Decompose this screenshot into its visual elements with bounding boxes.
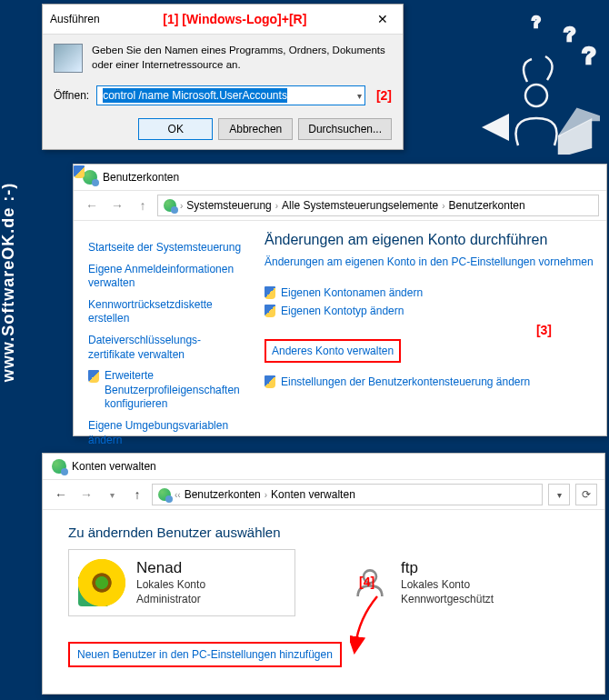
account-name: Nenad xyxy=(136,559,205,577)
sidebar-profiles[interactable]: Erweiterte Benutzerprofileigenschaften k… xyxy=(88,369,248,412)
sidebar-envvars[interactable]: Eigene Umgebungsvariablen ändern xyxy=(88,419,248,447)
address-icon xyxy=(158,488,171,501)
breadcrumb[interactable]: ‹‹ Benutzerkonten › Konten verwalten xyxy=(152,484,543,505)
sidebar-home[interactable]: Startseite der Systemsteuerung xyxy=(88,241,248,255)
crumb-0[interactable]: Benutzerkonten xyxy=(185,488,261,501)
ok-button[interactable]: OK xyxy=(138,118,213,140)
shield-icon xyxy=(265,375,275,388)
link-manage-other[interactable]: Anderes Konto verwalten xyxy=(272,345,394,357)
cancel-button[interactable]: Abbrechen xyxy=(218,118,293,140)
annotation-2: [2] xyxy=(376,88,392,103)
run-dialog-title: Ausführen xyxy=(50,13,100,25)
link-rename-account[interactable]: Eigenen Kontonamen ändern xyxy=(265,286,597,299)
main-heading: Änderungen am eigenen Konto durchführen xyxy=(265,232,597,248)
crumb-1[interactable]: Alle Systemsteuerungselemente xyxy=(282,199,438,212)
shield-icon xyxy=(265,305,275,317)
breadcrumb[interactable]: › Systemsteuerung › Alle Systemsteuerung… xyxy=(157,195,599,216)
account-name: ftp xyxy=(401,559,494,577)
account-role: Administrator xyxy=(136,592,205,606)
refresh-icon[interactable]: ⟳ xyxy=(575,484,597,505)
forward-icon: → xyxy=(106,195,128,216)
svg-point-0 xyxy=(525,85,547,106)
select-user-heading: Zu ändernden Benutzer auswählen xyxy=(68,525,586,540)
link-uac-settings[interactable]: Einstellungen der Benutzerkontensteuerun… xyxy=(265,375,597,388)
sidebar-reset-disk[interactable]: Kennwortrücksetzdiskette erstellen xyxy=(88,298,248,326)
link-add-user[interactable]: Neuen Benutzer in den PC-Einstellungen h… xyxy=(77,648,333,661)
chevron-left-icon: ‹‹ xyxy=(175,490,181,500)
run-dialog: Ausführen [1] [Windows-Logo]+[R] ✕ Geben… xyxy=(42,4,404,150)
annotation-4: [4] xyxy=(359,575,374,589)
back-icon[interactable]: ← xyxy=(50,484,72,505)
account-type: Lokales Konto xyxy=(401,577,494,592)
decorative-graphic: ? ? ? xyxy=(464,9,600,155)
svg-text:?: ? xyxy=(564,23,575,45)
annotation-1: [1] [Windows-Logo]+[R] xyxy=(100,12,370,26)
shield-icon xyxy=(265,286,275,299)
chevron-right-icon: › xyxy=(442,201,444,211)
svg-text:?: ? xyxy=(582,42,596,69)
run-description: Geben Sie den Namen eines Programms, Ord… xyxy=(92,44,392,73)
chevron-down-icon[interactable]: ▾ xyxy=(101,484,123,505)
browse-button[interactable]: Durchsuchen... xyxy=(298,118,392,140)
up-icon[interactable]: ↑ xyxy=(132,195,154,216)
svg-text:?: ? xyxy=(532,15,541,30)
annotation-3: [3] xyxy=(536,323,552,337)
user-accounts-icon xyxy=(83,170,97,185)
open-label: Öffnen: xyxy=(54,89,89,102)
forward-icon: → xyxy=(75,484,97,505)
highlight-box-3: Anderes Konto verwalten xyxy=(265,339,401,363)
sidebar-credentials[interactable]: Eigene Anmeldeinformationen verwalten xyxy=(88,263,248,291)
run-icon xyxy=(54,44,83,73)
open-input[interactable]: control /name Microsoft.UserAccounts xyxy=(96,85,365,105)
account-card[interactable]: Nenad Lokales Konto Administrator xyxy=(68,549,295,616)
link-change-type[interactable]: Eigenen Kontotyp ändern xyxy=(265,305,597,317)
address-icon xyxy=(164,199,176,212)
watermark-text: www.SoftwareOK.de :-) xyxy=(0,183,18,382)
manage-accounts-window: Konten verwalten ← → ▾ ↑ ‹‹ Benutzerkont… xyxy=(42,453,605,695)
highlight-box-4: Neuen Benutzer in den PC-Einstellungen h… xyxy=(68,642,342,667)
crumb-2[interactable]: Benutzerkonten xyxy=(449,199,525,212)
window-title: Benutzerkonten xyxy=(103,171,179,184)
account-protected: Kennwortgeschützt xyxy=(401,592,494,606)
chevron-right-icon: › xyxy=(180,201,183,211)
address-dropdown[interactable]: ▾ xyxy=(548,484,570,505)
account-type: Lokales Konto xyxy=(136,577,205,592)
close-icon[interactable]: ✕ xyxy=(370,10,395,28)
chevron-right-icon: › xyxy=(265,490,267,500)
back-icon[interactable]: ← xyxy=(81,195,103,216)
window-title: Konten verwalten xyxy=(72,460,156,473)
up-icon[interactable]: ↑ xyxy=(126,484,148,505)
link-pc-settings[interactable]: Änderungen am eigenen Konto in den PC-Ei… xyxy=(265,255,597,268)
user-accounts-window: Benutzerkonten ← → ↑ › Systemsteuerung ›… xyxy=(73,164,607,436)
chevron-down-icon[interactable]: ▾ xyxy=(357,91,362,101)
shield-icon xyxy=(74,165,85,178)
crumb-1[interactable]: Konten verwalten xyxy=(271,488,355,501)
shield-icon xyxy=(88,370,99,383)
sidebar-certs[interactable]: Dateiverschlüsselungs- zertifikate verwa… xyxy=(88,334,248,362)
user-accounts-icon xyxy=(52,459,66,474)
crumb-0[interactable]: Systemsteuerung xyxy=(186,199,271,212)
chevron-right-icon: › xyxy=(275,201,278,211)
avatar xyxy=(78,559,125,606)
